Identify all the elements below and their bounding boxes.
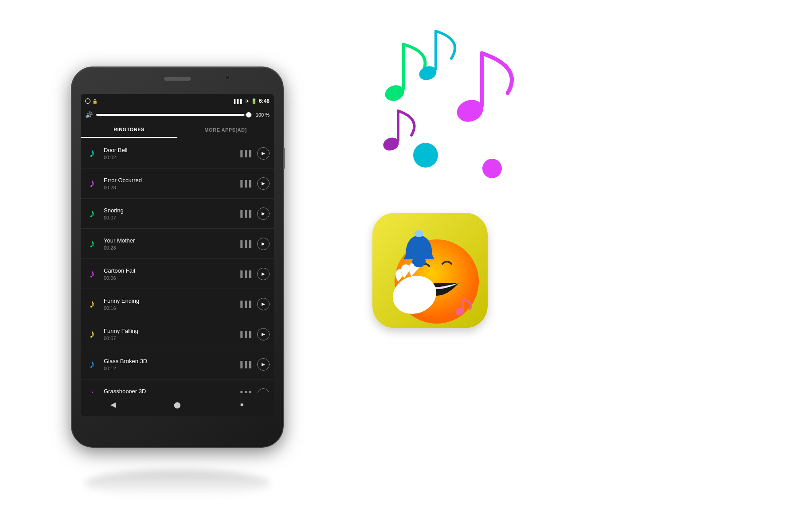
- note-icon: ♪: [85, 176, 99, 191]
- song-item[interactable]: ♪ Glass Broken 3D 00:12 ▌▌▌ ▶: [81, 349, 274, 379]
- song-duration: 00:28: [104, 245, 236, 250]
- svg-point-9: [482, 159, 502, 178]
- play-button[interactable]: ▶: [257, 358, 270, 371]
- song-title: Your Mother: [104, 237, 236, 244]
- song-info: Error Occurred 00:28: [104, 177, 236, 190]
- svg-point-8: [413, 143, 438, 168]
- song-title: Door Bell: [104, 147, 236, 153]
- time-display: 6:48: [259, 98, 270, 104]
- app-icon: [372, 213, 497, 337]
- tab-more-apps[interactable]: MORE APPS[AD]: [177, 121, 274, 138]
- volume-fill: [96, 114, 244, 116]
- song-item[interactable]: ♪ Error Occurred 00:28 ▌▌▌ ▶: [81, 168, 274, 199]
- recents-button[interactable]: ■: [235, 398, 249, 412]
- home-button[interactable]: ⬤: [170, 398, 184, 412]
- song-controls: ▌▌▌ ▶: [240, 268, 270, 280]
- tabs-row: RINGTONES MORE APPS[AD]: [81, 121, 274, 138]
- note-icon: ♪: [85, 357, 99, 372]
- play-button[interactable]: ▶: [257, 268, 270, 280]
- bars-icon: ▌▌▌: [240, 361, 254, 368]
- phone-speaker: [164, 77, 191, 81]
- status-left: 🔒: [85, 98, 98, 104]
- song-controls: ▌▌▌ ▶: [240, 238, 270, 250]
- bars-icon: ▌▌▌: [240, 210, 254, 217]
- bars-icon: ▌▌▌: [240, 180, 254, 187]
- song-duration: 00:12: [104, 366, 236, 371]
- bars-icon: ▌▌▌: [240, 331, 254, 338]
- back-button[interactable]: ◀: [106, 398, 120, 412]
- song-duration: 00:02: [104, 155, 236, 160]
- song-item[interactable]: ♪ Funny Falling 00:07 ▌▌▌ ▶: [81, 319, 274, 349]
- song-title: Grasshopper 3D: [104, 388, 236, 393]
- bars-icon: ▌▌▌: [240, 240, 254, 247]
- song-title: Glass Broken 3D: [104, 358, 236, 364]
- note-icon: ♪: [85, 327, 99, 341]
- music-notes-illustration: [355, 27, 532, 195]
- volume-icon: 🔊: [85, 111, 93, 118]
- play-button[interactable]: ▶: [257, 238, 270, 250]
- airplane-icon: ✈: [245, 98, 249, 104]
- note-icon: ♪: [85, 237, 99, 251]
- svg-point-13: [414, 260, 424, 267]
- song-info: Cartoon Fail 00:06: [104, 267, 236, 281]
- phone-device: 🔒 ▌▌▌ ✈ 🔋 6:48 🔊 100 %: [71, 66, 284, 466]
- song-duration: 00:06: [104, 275, 236, 281]
- song-controls: ▌▌▌ ▶: [240, 177, 270, 190]
- volume-track[interactable]: [96, 114, 252, 116]
- song-controls: ▌▌▌ ▶: [240, 207, 270, 220]
- song-item[interactable]: ♪ Door Bell 00:02 ▌▌▌ ▶: [81, 138, 274, 168]
- phone-camera: [225, 75, 230, 80]
- phone-reflection: [84, 470, 270, 497]
- song-item[interactable]: ♪ Snoring 00:07 ▌▌▌ ▶: [81, 199, 274, 229]
- song-duration: 00:28: [104, 185, 236, 190]
- song-duration: 00:07: [104, 215, 236, 220]
- song-info: Funny Ending 00:16: [104, 297, 236, 311]
- song-controls: ▌▌▌ ▶: [240, 358, 270, 371]
- bars-icon: ▌▌▌: [240, 150, 254, 157]
- song-title: Error Occurred: [104, 177, 236, 184]
- play-button[interactable]: ▶: [257, 298, 270, 310]
- tab-ringtones[interactable]: RINGTONES: [81, 121, 177, 138]
- play-button[interactable]: ▶: [257, 388, 270, 393]
- status-right: ▌▌▌ ✈ 🔋 6:48: [234, 98, 270, 104]
- song-item[interactable]: ♪ Funny Ending 00:16 ▌▌▌ ▶: [81, 289, 274, 319]
- volume-thumb[interactable]: [246, 112, 251, 117]
- song-item[interactable]: ♪ Your Mother 00:28 ▌▌▌ ▶: [81, 229, 274, 259]
- status-lock-icon: 🔒: [92, 99, 98, 104]
- bars-icon: ▌▌▌: [240, 301, 254, 308]
- play-button[interactable]: ▶: [257, 177, 270, 190]
- song-info: Door Bell 00:02: [104, 147, 236, 160]
- song-list: ♪ Door Bell 00:02 ▌▌▌ ▶ ♪ Error Occurred…: [81, 138, 274, 393]
- bars-icon: ▌▌▌: [240, 270, 254, 278]
- play-button[interactable]: ▶: [257, 207, 270, 220]
- status-circle-1: [85, 98, 90, 104]
- note-icon: ♪: [85, 267, 99, 281]
- song-item[interactable]: ♪ Cartoon Fail 00:06 ▌▌▌ ▶: [81, 259, 274, 289]
- note-icon: ♪: [85, 387, 99, 393]
- song-info: Glass Broken 3D 00:12: [104, 358, 236, 371]
- play-button[interactable]: ▶: [257, 147, 270, 160]
- song-controls: ▌▌▌ ▶: [240, 298, 270, 310]
- side-button: [283, 147, 285, 169]
- song-info: Snoring 00:07: [104, 207, 236, 220]
- app-icon-background: [372, 213, 488, 328]
- svg-point-14: [415, 230, 423, 237]
- status-bar: 🔒 ▌▌▌ ✈ 🔋 6:48: [81, 94, 274, 108]
- song-title: Snoring: [104, 207, 236, 214]
- volume-percent: 100 %: [256, 112, 270, 117]
- note-icon: ♪: [85, 207, 99, 221]
- volume-bar-row[interactable]: 🔊 100 %: [81, 108, 274, 121]
- song-duration: 00:16: [104, 305, 236, 311]
- song-info: Funny Falling 00:07: [104, 328, 236, 341]
- song-title: Funny Falling: [104, 328, 236, 334]
- note-icon: ♪: [85, 146, 99, 160]
- note-icon: ♪: [85, 297, 99, 311]
- signal-icon: ▌▌▌: [234, 99, 243, 104]
- phone-screen: 🔒 ▌▌▌ ✈ 🔋 6:48 🔊 100 %: [81, 94, 274, 416]
- song-controls: ▌▌▌ ▶: [240, 388, 270, 393]
- play-button[interactable]: ▶: [257, 328, 270, 340]
- song-item[interactable]: ♪ Grasshopper 3D 00:06 ▌▌▌ ▶: [81, 379, 274, 393]
- right-panel: [319, 27, 718, 505]
- battery-icon: 🔋: [251, 98, 257, 104]
- song-controls: ▌▌▌ ▶: [240, 328, 270, 340]
